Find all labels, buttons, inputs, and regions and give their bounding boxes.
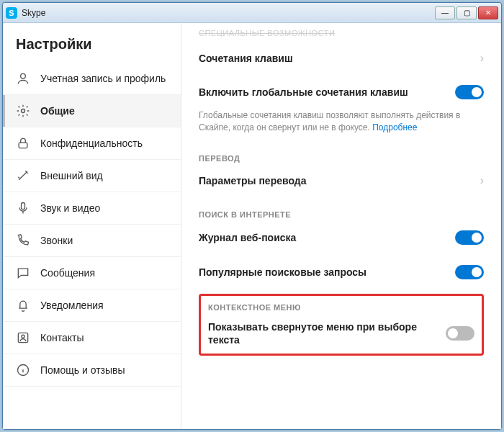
wand-icon <box>16 168 30 183</box>
svg-point-1 <box>22 109 25 113</box>
window-title: Skype <box>22 8 435 18</box>
microphone-icon <box>16 201 30 215</box>
svg-rect-2 <box>19 143 27 148</box>
svg-point-5 <box>22 335 24 338</box>
row-label: Показывать свернутое меню при выборе тек… <box>208 320 431 346</box>
section-context-menu: КОНТЕКСТНОЕ МЕНЮ <box>208 299 474 313</box>
svg-point-0 <box>21 73 26 78</box>
row-show-collapsed-menu: Показывать свернутое меню при выборе тек… <box>208 313 474 349</box>
sidebar-item-notifications[interactable]: Уведомления <box>3 289 181 322</box>
sidebar-item-label: Уведомления <box>40 300 104 311</box>
app-window: S Skype — ▢ ✕ Настройки Учетная запись и… <box>2 2 502 430</box>
row-keyboard-shortcuts[interactable]: Сочетания клавиш › <box>199 42 484 75</box>
row-label: Журнал веб-поиска <box>199 231 296 244</box>
truncated-section-header: Специальные возможности <box>199 23 484 42</box>
svg-rect-3 <box>22 203 25 210</box>
row-global-shortcuts: Включить глобальные сочетания клавиш <box>199 75 484 109</box>
sidebar-item-messages[interactable]: Сообщения <box>3 257 181 289</box>
row-label: Параметры перевода <box>199 174 306 187</box>
window-controls: — ▢ ✕ <box>435 6 498 19</box>
close-button[interactable]: ✕ <box>478 6 498 19</box>
section-translation: Перевод <box>199 141 484 164</box>
lock-icon <box>16 136 30 150</box>
sidebar-item-label: Сообщения <box>40 267 95 279</box>
phone-icon <box>16 233 30 248</box>
account-icon <box>16 71 30 86</box>
sidebar-item-label: Звонки <box>40 235 73 246</box>
chat-icon <box>16 266 30 280</box>
sidebar-item-general[interactable]: Общие <box>3 95 181 127</box>
learn-more-link[interactable]: Подробнее <box>372 122 417 132</box>
chevron-right-icon: › <box>480 174 484 187</box>
sidebar-item-calls[interactable]: Звонки <box>3 225 181 257</box>
row-translation-params[interactable]: Параметры перевода › <box>199 164 484 197</box>
toggle-search-history[interactable] <box>455 230 484 245</box>
toggle-global-shortcuts[interactable] <box>455 85 484 99</box>
titlebar: S Skype — ▢ ✕ <box>3 3 501 23</box>
row-label: Сочетания клавиш <box>199 52 293 65</box>
sidebar-item-help[interactable]: Помощь и отзывы <box>3 354 181 387</box>
highlighted-section: КОНТЕКСТНОЕ МЕНЮ Показывать свернутое ме… <box>199 294 484 356</box>
sidebar-item-contacts[interactable]: Контакты <box>3 322 181 354</box>
global-shortcuts-description: Глобальные сочетания клавиш позволяют вы… <box>199 109 484 141</box>
minimize-button[interactable]: — <box>435 6 455 19</box>
sidebar-item-label: Учетная запись и профиль <box>40 73 166 85</box>
section-web-search: ПОИСК В ИНТЕРНЕТЕ <box>199 197 484 220</box>
info-icon <box>16 363 30 377</box>
row-label: Включить глобальные сочетания клавиш <box>199 86 408 99</box>
settings-heading: Настройки <box>3 36 181 63</box>
maximize-button[interactable]: ▢ <box>456 6 477 19</box>
settings-content: Специальные возможности Сочетания клавиш… <box>181 23 501 429</box>
sidebar-item-audio-video[interactable]: Звук и видео <box>3 192 181 225</box>
sidebar-item-label: Внешний вид <box>40 170 103 181</box>
sidebar-item-label: Контакты <box>40 332 84 343</box>
row-popular-queries: Популярные поисковые запросы <box>199 255 484 289</box>
description-text: Глобальные сочетания клавиш позволяют вы… <box>199 110 460 132</box>
row-search-history: Журнал веб-поиска <box>199 220 484 255</box>
sidebar-item-account[interactable]: Учетная запись и профиль <box>3 63 181 95</box>
sidebar-item-privacy[interactable]: Конфиденциальность <box>3 127 181 160</box>
toggle-show-collapsed-menu[interactable] <box>446 326 474 341</box>
skype-logo-icon: S <box>6 7 17 19</box>
contacts-icon <box>16 330 30 345</box>
app-body: Настройки Учетная запись и профиль Общие… <box>3 23 501 429</box>
sidebar-item-label: Звук и видео <box>40 202 100 214</box>
sidebar-item-label: Общие <box>40 105 75 117</box>
sidebar-item-appearance[interactable]: Внешний вид <box>3 160 181 192</box>
settings-sidebar: Настройки Учетная запись и профиль Общие… <box>3 23 181 429</box>
sidebar-item-label: Помощь и отзывы <box>40 364 125 376</box>
chevron-right-icon: › <box>480 52 484 65</box>
gear-icon <box>16 104 30 118</box>
toggle-popular-queries[interactable] <box>455 265 484 279</box>
row-label: Популярные поисковые запросы <box>199 266 366 279</box>
sidebar-item-label: Конфиденциальность <box>40 138 143 149</box>
bell-icon <box>16 298 30 312</box>
